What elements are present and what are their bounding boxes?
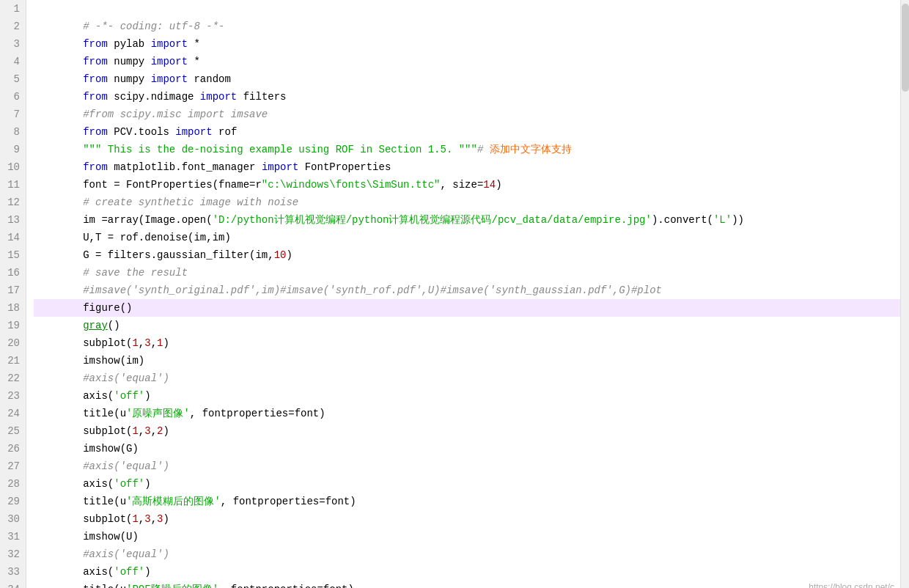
code-line: title(u'ROF降噪后的图像', fontproperties=font) bbox=[34, 563, 902, 581]
code-line: # -*- coding: utf-8 -*- bbox=[34, 0, 902, 18]
code-line: subplot(1,3,1) bbox=[34, 317, 902, 334]
code-line-highlighted: gray() bbox=[34, 299, 902, 317]
code-line: #axis('equal') bbox=[34, 352, 902, 370]
code-line: #axis('equal') bbox=[34, 440, 902, 457]
watermark: https://blog.csdn.net/c... bbox=[809, 581, 902, 588]
code-line: title(u'原噪声图像', fontproperties=font) bbox=[34, 387, 902, 405]
code-line: title(u'高斯模糊后的图像', fontproperties=font) bbox=[34, 475, 902, 493]
scrollbar[interactable] bbox=[900, 0, 909, 588]
line-numbers: 1 2 3 4 5 6 7 8 9 10 11 12 13 14 15 16 1… bbox=[0, 0, 26, 588]
code-line: #axis('equal') bbox=[34, 528, 902, 545]
code-content[interactable]: # -*- coding: utf-8 -*- from pylab impor… bbox=[26, 0, 909, 588]
code-editor: 1 2 3 4 5 6 7 8 9 10 11 12 13 14 15 16 1… bbox=[0, 0, 909, 588]
scrollbar-thumb[interactable] bbox=[902, 4, 909, 92]
